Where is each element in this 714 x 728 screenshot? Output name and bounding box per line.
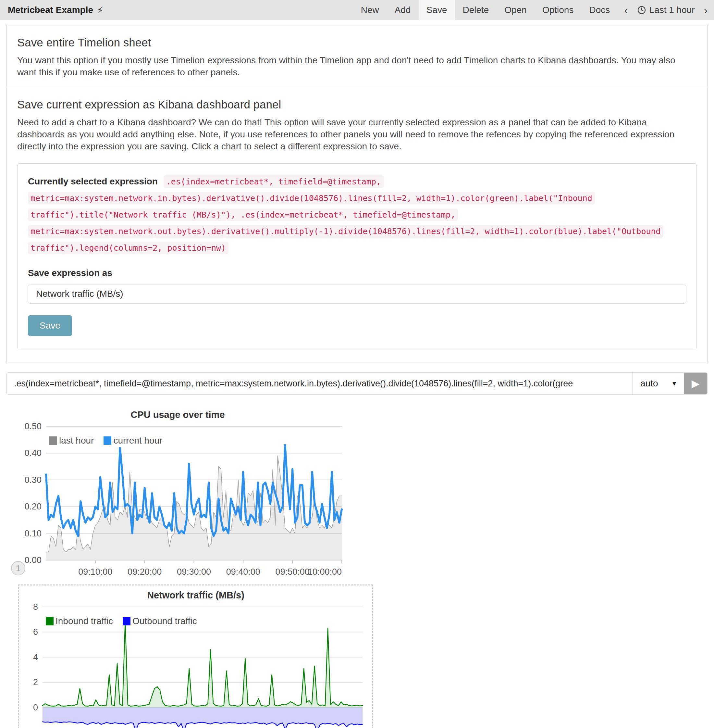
chevron-down-icon: ▾ [672,379,676,388]
legend-swatch [123,617,130,626]
lightning-bolt-icon: ⚡ [97,5,104,16]
interval-value: auto [640,378,658,389]
svg-text:09:20:00: 09:20:00 [128,567,162,577]
expression-bar: auto ▾ ▶ [6,372,708,394]
clock-icon [637,6,646,15]
legend-swatch [50,436,57,445]
time-forward-chevron-icon[interactable]: › [698,0,714,20]
save-expression-description: Need to add a chart to a Kibana dashboar… [17,116,697,152]
app-title: Metricbeat Example ⚡ [0,0,111,20]
svg-text:0.20: 0.20 [24,502,42,511]
timepicker-label: Last 1 hour [650,5,695,15]
chart-title: CPU usage over time [10,409,346,420]
legend-item: last hour [50,435,94,446]
save-sheet-heading: Save entire Timelion sheet [17,36,697,49]
selected-expression-row: Currently selected expression .es(index=… [28,173,686,256]
svg-text:0.50: 0.50 [24,421,42,431]
play-icon: ▶ [692,377,700,390]
cpu-usage-chart[interactable]: 0.000.100.200.300.400.5009:10:0009:20:00… [10,408,346,585]
svg-text:09:40:00: 09:40:00 [226,567,260,577]
nav-item-add[interactable]: Add [387,0,418,20]
legend-item: Inbound traffic [46,616,113,626]
save-sheet-description: You want this option if you mostly use T… [17,54,697,78]
nav-item-options[interactable]: Options [534,0,582,20]
chart-number-badge: 1 [11,561,26,575]
network-traffic-chart[interactable]: -20246809:10:0009:20:0009:30:0009:40:000… [22,588,369,728]
time-back-chevron-icon[interactable]: ‹ [618,0,634,20]
legend-item: current hour [104,435,162,446]
nav-item-open[interactable]: Open [496,0,534,20]
nav-item-delete[interactable]: Delete [455,0,497,20]
top-navbar: Metricbeat Example ⚡ New Add Save Delete… [0,0,714,20]
expression-input[interactable] [7,373,632,394]
nav-item-new[interactable]: New [353,0,387,20]
chart-title: Network traffic (MB/s) [22,590,369,601]
svg-text:6: 6 [33,627,38,637]
legend-swatch [104,436,111,445]
save-as-label: Save expression as [28,268,686,278]
save-expression-box: Currently selected expression .es(index=… [17,163,697,349]
svg-text:4: 4 [33,652,38,662]
legend-label: Inbound traffic [56,616,113,626]
svg-text:0.40: 0.40 [24,448,42,458]
save-expression-heading: Save current expression as Kibana dashbo… [17,98,697,111]
svg-text:0.30: 0.30 [24,475,42,485]
app-title-text: Metricbeat Example [8,5,93,15]
chart-legend: last hourcurrent hour [50,435,162,446]
legend-label: last hour [59,435,94,446]
save-as-input[interactable] [28,284,686,304]
selected-expression-code: .es(index=metricbeat*, timefield=@timest… [28,175,663,254]
svg-text:0.10: 0.10 [24,529,42,538]
svg-text:10:00:00: 10:00:00 [308,567,342,577]
save-button[interactable]: Save [28,315,72,336]
save-panel: Save entire Timelion sheet You want this… [6,25,708,363]
legend-label: current hour [113,435,162,446]
selected-expression-label: Currently selected expression [28,176,161,187]
panel-divider [7,88,707,88]
svg-text:09:50:00: 09:50:00 [276,567,310,577]
run-expression-button[interactable]: ▶ [684,373,707,394]
chart-legend: Inbound trafficOutbound traffic [46,616,197,626]
interval-select[interactable]: auto ▾ [633,373,684,394]
svg-text:0: 0 [33,703,38,712]
legend-label: Outbound traffic [132,616,197,626]
network-chart-cell-selected: -20246809:10:0009:20:0009:30:0009:40:000… [18,585,373,728]
svg-text:8: 8 [33,602,38,612]
nav-item-save[interactable]: Save [418,0,455,20]
legend-swatch [46,617,54,626]
svg-text:09:10:00: 09:10:00 [78,567,112,577]
navbar-spacer [111,0,353,20]
svg-text:09:30:00: 09:30:00 [177,567,211,577]
svg-text:0.00: 0.00 [24,555,42,565]
legend-item: Outbound traffic [123,616,197,626]
timepicker-button[interactable]: Last 1 hour [634,0,698,20]
svg-text:2: 2 [33,677,38,687]
charts-area: 0.000.100.200.300.400.5009:10:0009:20:00… [0,394,714,728]
cpu-chart-cell: 0.000.100.200.300.400.5009:10:0009:20:00… [10,408,346,585]
nav-item-docs[interactable]: Docs [581,0,618,20]
